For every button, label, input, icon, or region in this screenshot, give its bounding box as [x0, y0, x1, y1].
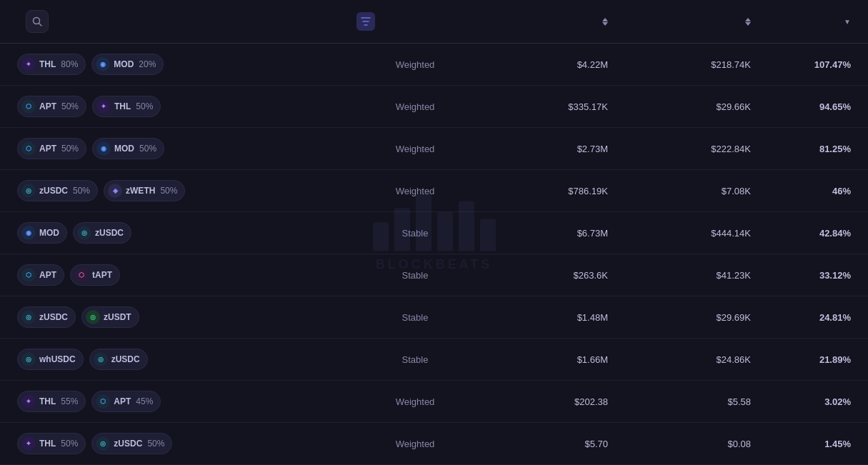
token-badge: ⬡ APT 50%	[17, 138, 86, 159]
tvl-cell: $1.66M	[479, 354, 608, 365]
volume-cell: $0.08	[608, 439, 751, 449]
composition-header	[17, 10, 351, 33]
token-symbol: APT	[39, 101, 56, 111]
token-pct: 50%	[160, 186, 177, 196]
apr-cell: 107.47%	[751, 59, 851, 70]
table-row[interactable]: ⬡ APT ⬡ tAPT Stable $263.6K $41.23K 33.1…	[0, 254, 868, 296]
token-pct: 50%	[147, 439, 164, 449]
token-badge: ◎ whUSDC	[17, 349, 84, 370]
token-pct: 55%	[61, 396, 78, 406]
token-badge: ⬡ APT 45%	[91, 391, 161, 412]
apr-cell: 3.02%	[751, 396, 851, 407]
token-icon: ✦	[96, 99, 111, 114]
token-badge: ◎ zUSDC	[17, 306, 76, 328]
tvl-cell: $6.73M	[479, 228, 608, 239]
tvl-header	[479, 18, 608, 26]
token-icon: ✦	[21, 394, 36, 409]
token-badge: ✦ THL 55%	[17, 391, 86, 412]
table-body: ✦ THL 80% ◉ MOD 20% Weighted $4.22M $218…	[0, 44, 868, 465]
token-icon: ◎	[96, 436, 110, 451]
token-symbol: THL	[39, 396, 56, 406]
filter-icon	[361, 17, 371, 26]
search-button[interactable]	[26, 10, 49, 33]
volume-header	[608, 18, 751, 26]
composition-cell: ◉ MOD ◎ zUSDC	[17, 222, 351, 244]
pool-type-cell: Weighted	[351, 439, 479, 449]
table-row[interactable]: ✦ THL 80% ◉ MOD 20% Weighted $4.22M $218…	[0, 44, 868, 86]
token-badge: ⬡ APT	[17, 264, 64, 286]
filter-button[interactable]	[356, 12, 375, 31]
token-symbol: zUSDC	[111, 354, 140, 364]
token-badge: ◎ zUSDC 50%	[17, 180, 98, 201]
apr-cell: 42.84%	[751, 228, 851, 239]
tvl-cell: $5.70	[479, 439, 608, 449]
token-icon: ✦	[21, 436, 36, 451]
volume-sort[interactable]	[745, 18, 751, 26]
composition-cell: ⬡ APT 50% ✦ THL 50%	[17, 96, 351, 117]
svg-line-1	[39, 24, 42, 26]
token-icon: ◎	[21, 352, 36, 366]
token-icon: ◎	[21, 184, 36, 198]
token-symbol: zUSDC	[39, 312, 68, 322]
tvl-cell: $1.48M	[479, 312, 608, 323]
sort-up-icon	[602, 18, 608, 21]
volume-cell: $29.66K	[608, 101, 751, 112]
pool-table: ▼ ✦ THL 80% ◉ MOD 20% Weighted $4.22M $2…	[0, 0, 868, 465]
table-row[interactable]: ◎ zUSDC ◎ zUSDT Stable $1.48M $29.69K 24…	[0, 296, 868, 339]
token-badge: ⬡ APT 50%	[17, 96, 86, 117]
token-pct: 80%	[61, 59, 78, 69]
token-symbol: whUSDC	[39, 354, 76, 364]
token-badge: ◎ zUSDC	[73, 222, 131, 244]
token-pct: 50%	[61, 439, 78, 449]
apr-cell: 94.65%	[751, 101, 851, 112]
apr-cell: 1.45%	[751, 439, 851, 449]
composition-cell: ✦ THL 50% ◎ zUSDC 50%	[17, 433, 351, 454]
token-symbol: zWETH	[126, 186, 155, 196]
token-symbol: zUSDT	[104, 312, 131, 322]
pool-type-cell: Weighted	[351, 101, 479, 112]
composition-cell: ◎ whUSDC ◎ zUSDC	[17, 349, 351, 370]
pool-type-cell: Weighted	[351, 186, 479, 196]
composition-cell: ⬡ APT 50% ◉ MOD 50%	[17, 138, 351, 159]
token-badge: ⬡ tAPT	[70, 264, 120, 286]
tvl-cell: $2.73M	[479, 144, 608, 154]
token-icon: ◎	[21, 310, 36, 324]
apr-chevron-icon: ▼	[844, 18, 851, 26]
table-row[interactable]: ◉ MOD ◎ zUSDC Stable $6.73M $444.14K 42.…	[0, 212, 868, 254]
table-row[interactable]: ⬡ APT 50% ◉ MOD 50% Weighted $2.73M $222…	[0, 128, 868, 170]
token-badge: ◎ zUSDT	[81, 306, 139, 328]
token-icon: ✦	[21, 57, 36, 71]
tvl-cell: $202.38	[479, 396, 608, 407]
token-icon: ◉	[21, 226, 36, 240]
composition-cell: ◎ zUSDC 50% ◈ zWETH 50%	[17, 180, 351, 201]
apr-cell: 81.25%	[751, 144, 851, 154]
token-symbol: zUSDC	[39, 186, 68, 196]
volume-cell: $7.08K	[608, 186, 751, 196]
table-row[interactable]: ◎ whUSDC ◎ zUSDC Stable $1.66M $24.86K 2…	[0, 339, 868, 381]
token-symbol: THL	[114, 101, 131, 111]
apr-cell: 24.81%	[751, 312, 851, 323]
apr-cell: 46%	[751, 186, 851, 196]
token-pct: 50%	[136, 101, 153, 111]
table-row[interactable]: ◎ zUSDC 50% ◈ zWETH 50% Weighted $786.19…	[0, 170, 868, 212]
token-badge: ◉ MOD	[17, 222, 67, 244]
table-row[interactable]: ⬡ APT 50% ✦ THL 50% Weighted $335.17K $2…	[0, 86, 868, 128]
token-symbol: MOD	[114, 144, 134, 154]
token-badge: ✦ THL 50%	[17, 433, 86, 454]
volume-cell: $29.69K	[608, 312, 751, 323]
token-pct: 50%	[61, 101, 79, 111]
token-icon: ⬡	[96, 394, 110, 409]
pool-type-cell: Weighted	[351, 59, 479, 70]
token-pct: 50%	[61, 144, 79, 154]
tvl-sort[interactable]	[602, 18, 608, 26]
token-symbol: APT	[39, 270, 56, 280]
table-row[interactable]: ✦ THL 50% ◎ zUSDC 50% Weighted $5.70 $0.…	[0, 423, 868, 465]
token-icon: ⬡	[21, 268, 36, 282]
token-badge: ◎ zUSDC	[89, 349, 148, 370]
token-badge: ◉ MOD 50%	[92, 138, 164, 159]
token-badge: ◎ zUSDC 50%	[91, 433, 172, 454]
token-pct: 20%	[139, 59, 156, 69]
sort-up-icon	[745, 18, 751, 21]
table-row[interactable]: ✦ THL 55% ⬡ APT 45% Weighted $202.38 $5.…	[0, 381, 868, 423]
pool-type-cell: Weighted	[351, 396, 479, 407]
